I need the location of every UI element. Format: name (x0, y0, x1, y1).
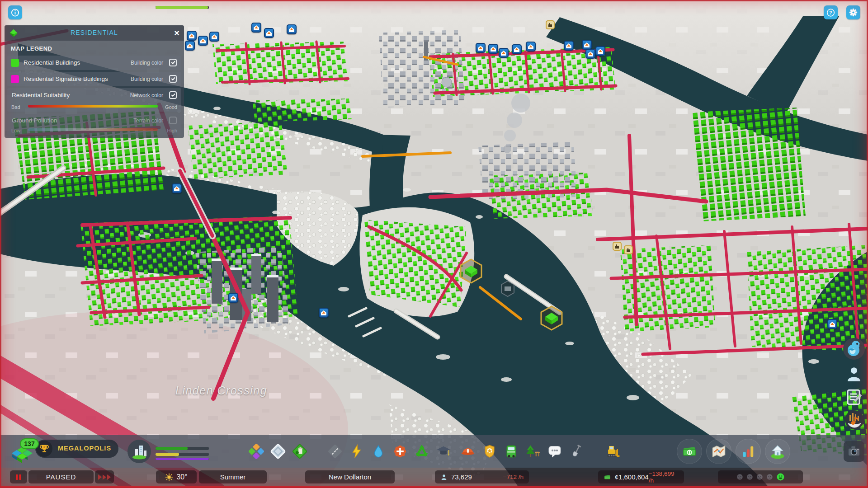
building-alert-icon[interactable] (546, 20, 555, 29)
infoview-legend-panel: RESIDENTIAL × MAP LEGEND Residential Bui… (5, 25, 184, 138)
roads-tool-button[interactable] (326, 443, 344, 460)
bulldozer-tool-button[interactable] (604, 443, 621, 460)
help-button[interactable]: ? (824, 5, 838, 19)
signature-buildings-checkbox[interactable] (169, 75, 177, 83)
pause-button[interactable] (10, 470, 27, 483)
settings-button[interactable] (846, 5, 860, 19)
signature-building-marker-icon[interactable] (540, 305, 563, 333)
level-up-icon[interactable] (585, 49, 595, 59)
areas-tool-button[interactable] (269, 443, 287, 460)
level-up-icon[interactable] (827, 319, 837, 329)
suitability-checkbox[interactable] (169, 91, 177, 99)
zoning-icon (249, 444, 264, 459)
parks-recreation-tool-button[interactable] (524, 443, 542, 460)
milestones-button[interactable]: 137 (11, 441, 33, 463)
building-alert-icon[interactable] (613, 242, 622, 251)
level-up-icon[interactable] (476, 43, 486, 53)
level-up-icon[interactable] (488, 44, 498, 54)
photo-mode-button[interactable] (844, 441, 864, 462)
treasury-rate: −138,699 /h (649, 470, 679, 484)
electricity-tool-button[interactable] (348, 443, 365, 460)
level-up-icon[interactable] (287, 24, 297, 34)
chirper-button[interactable] (843, 338, 865, 362)
level-up-icon[interactable] (499, 48, 509, 58)
scale-max-label: Good (165, 104, 177, 110)
info-views-button[interactable] (706, 439, 731, 464)
shovel-icon (569, 444, 584, 459)
level-up-icon[interactable] (319, 308, 329, 318)
speed-up-button[interactable] (95, 470, 114, 483)
radio-button[interactable] (844, 409, 865, 432)
city-information-button[interactable] (765, 439, 790, 464)
level-up-icon[interactable] (582, 40, 592, 50)
journal-icon (844, 388, 863, 407)
police-tool-button[interactable] (481, 443, 498, 460)
ground-pollution-checkbox[interactable] (169, 117, 177, 124)
city-name-widget[interactable]: New Dollarton (305, 470, 395, 483)
water-sewage-tool-button[interactable] (370, 443, 387, 460)
happiness-widget[interactable] (718, 470, 803, 483)
level-up-icon[interactable] (187, 31, 197, 41)
landscaping-tool-button[interactable] (291, 443, 308, 460)
level-up-icon[interactable] (209, 32, 219, 42)
economy-button[interactable] (677, 439, 702, 464)
citizen-lifepath-button[interactable] (844, 364, 863, 386)
level-up-icon[interactable] (512, 44, 522, 54)
level-up-icon[interactable] (595, 46, 605, 56)
map-icon (711, 443, 727, 460)
signature-color-swatch (11, 75, 19, 83)
level-up-icon[interactable] (185, 41, 195, 51)
level-up-icon[interactable] (564, 41, 574, 51)
inactive-building-marker-icon[interactable] (500, 280, 515, 299)
garbage-tool-button[interactable] (413, 443, 430, 460)
legend-row-mode: Building color (131, 60, 163, 66)
terraforming-tool-button[interactable] (568, 443, 585, 460)
xp-bar-industrial (156, 453, 209, 456)
healthcare-icon (392, 444, 408, 459)
close-icon[interactable]: × (174, 27, 179, 39)
transportation-tool-button[interactable] (503, 443, 520, 460)
communications-tool-button[interactable] (546, 443, 563, 460)
person-icon (844, 364, 863, 384)
level-up-icon[interactable] (264, 28, 274, 38)
xp-bar-office (156, 458, 209, 460)
neutral-face-icon (756, 474, 763, 480)
bus-icon (504, 444, 519, 459)
building-alert-icon[interactable] (624, 245, 633, 254)
legend-row-ground-pollution: Ground Pollution Terrain color Low High (7, 113, 181, 135)
signature-building-marker-icon[interactable] (459, 258, 483, 286)
temperature-widget[interactable]: 30° (156, 470, 197, 483)
game-screen: Linden Crossing (0, 0, 868, 488)
population-widget[interactable]: 73,629 −712 /h (435, 470, 529, 483)
level-up-icon[interactable] (172, 183, 182, 193)
level-up-icon[interactable] (228, 293, 238, 303)
city-name: New Dollarton (329, 473, 371, 481)
very-sad-face-icon (736, 474, 743, 480)
city-info-house-icon (769, 443, 786, 460)
population-value: 73,629 (451, 473, 472, 481)
xp-bar-commercial (156, 447, 209, 450)
chat-bubble-icon (547, 444, 562, 459)
level-up-icon[interactable] (526, 42, 536, 52)
journal-button[interactable] (844, 388, 863, 408)
treasury-widget[interactable]: ¢1,600,604 −138,699 /h (598, 470, 684, 483)
main-toolbar: 137 MEGALOPOLIS (0, 435, 868, 468)
statistics-button[interactable] (736, 439, 761, 464)
education-tool-button[interactable] (435, 443, 452, 460)
happy-face-icon (776, 473, 785, 481)
residential-buildings-checkbox[interactable] (169, 59, 177, 66)
info-button[interactable] (8, 5, 22, 19)
level-up-icon[interactable] (198, 36, 208, 46)
suitability-gradient-bar (28, 105, 158, 108)
healthcare-tool-button[interactable] (392, 443, 409, 460)
legend-row-suitability: Residential Suitability Network color Ba… (7, 88, 181, 112)
season-widget[interactable]: Summer (199, 470, 267, 483)
city-progress-button[interactable] (127, 439, 151, 464)
zoning-tool-button[interactable] (248, 443, 265, 460)
legend-row-label: Residential Suitability (12, 92, 70, 99)
fire-rescue-tool-button[interactable] (459, 443, 476, 460)
electricity-icon (349, 444, 364, 459)
milestone-name: MEGALOPOLIS (55, 445, 114, 452)
level-up-icon[interactable] (251, 23, 261, 33)
milestone-pill[interactable]: MEGALOPOLIS (35, 440, 118, 458)
